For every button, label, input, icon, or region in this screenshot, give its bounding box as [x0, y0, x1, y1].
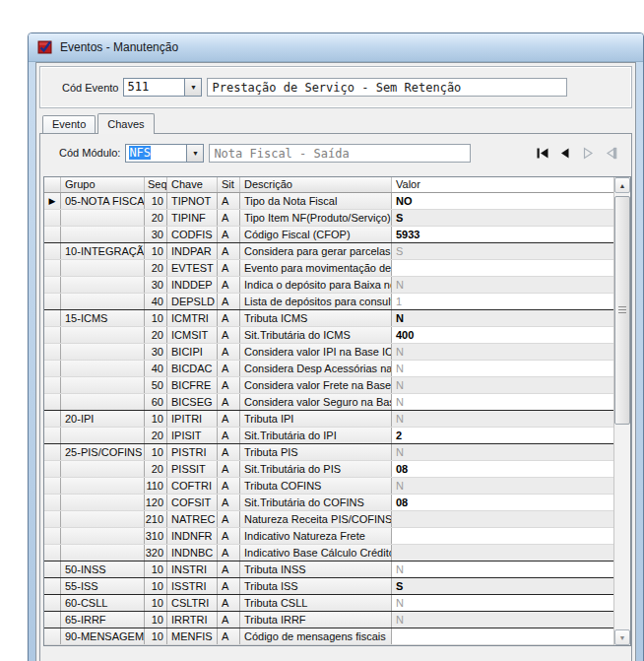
cell-descricao[interactable]: Tipo da Nota Fiscal — [240, 193, 392, 209]
cell-grupo[interactable] — [61, 545, 145, 561]
grid-row[interactable]: 320INDNBCAIndicativo Base Cálculo Crédit… — [44, 545, 613, 562]
grid-row[interactable]: 40DEPSLDALista de depósitos para consult… — [44, 294, 613, 310]
cell-valor[interactable]: N — [392, 562, 613, 577]
cell-valor[interactable]: N — [392, 344, 613, 360]
cell-sit[interactable]: A — [218, 344, 240, 360]
cell-seq[interactable]: 60 — [145, 394, 167, 410]
row-indicator-cell[interactable] — [44, 327, 61, 343]
cell-descricao[interactable]: Indica o depósito para Baixa no Estoque — [240, 277, 392, 293]
grid-row[interactable]: 90-MENSAGEM10MENFISACódigo de mensagens … — [44, 628, 613, 645]
cell-valor[interactable]: N — [392, 377, 613, 393]
row-indicator-cell[interactable] — [44, 628, 61, 644]
cell-chave[interactable]: IPISIT — [167, 428, 218, 443]
row-indicator-cell[interactable] — [44, 511, 61, 527]
cell-seq[interactable]: 320 — [145, 545, 167, 561]
cell-sit[interactable]: A — [218, 277, 240, 293]
cell-descricao[interactable]: Código de mensagens fiscais — [240, 628, 392, 644]
cell-grupo[interactable]: 60-CSLL — [61, 595, 145, 611]
cell-grupo[interactable] — [61, 428, 145, 443]
grid-row[interactable]: 20TIPINFATipo Item NF(Produto/Serviço)S — [44, 210, 613, 227]
tab-chaves[interactable]: Chaves — [97, 113, 154, 134]
cell-sit[interactable]: A — [218, 327, 240, 343]
cell-descricao[interactable]: Sit.Tributária do PIS — [240, 461, 392, 477]
cell-seq[interactable]: 110 — [145, 478, 167, 494]
grid-row[interactable]: 25-PIS/COFINS10PISTRIATributa PISN — [44, 444, 613, 461]
cell-grupo[interactable] — [61, 344, 145, 360]
cell-valor[interactable]: 1 — [392, 294, 613, 309]
row-indicator-cell[interactable] — [44, 444, 61, 460]
cell-descricao[interactable]: Lista de depósitos para consultar saldo — [240, 294, 392, 309]
cell-sit[interactable]: A — [218, 377, 240, 393]
cell-sit[interactable]: A — [218, 545, 240, 561]
cell-chave[interactable]: BICIPI — [167, 344, 218, 360]
cell-seq[interactable]: 10 — [145, 411, 167, 427]
cell-chave[interactable]: BICDAC — [167, 361, 218, 376]
cell-descricao[interactable]: Tipo Item NF(Produto/Serviço) — [240, 210, 392, 226]
row-indicator-cell[interactable] — [44, 344, 61, 360]
cell-seq[interactable]: 10 — [145, 612, 167, 628]
cell-grupo[interactable]: 65-IRRF — [61, 612, 145, 628]
grid-row[interactable]: 20EVTESTAEvento para movimentação de est… — [44, 260, 613, 277]
cell-valor[interactable]: N — [392, 478, 613, 494]
cell-sit[interactable]: A — [218, 595, 240, 611]
cell-descricao[interactable]: Evento para movimentação de estoque — [240, 260, 392, 276]
cell-descricao[interactable]: Tributa PIS — [240, 444, 392, 460]
cell-descricao[interactable]: Tributa CSLL — [240, 595, 392, 611]
cell-valor[interactable]: S — [392, 243, 613, 259]
cell-valor[interactable] — [392, 528, 613, 544]
cell-sit[interactable]: A — [218, 361, 240, 376]
grid-row[interactable]: 20ICMSITASit.Tributária do ICMS400 — [44, 327, 613, 344]
cell-chave[interactable]: NATREC — [167, 511, 218, 527]
cell-chave[interactable]: MENFIS — [167, 628, 218, 644]
grid-row[interactable]: 110COFTRIATributa COFINSN — [44, 478, 613, 495]
cell-grupo[interactable]: 05-NOTA FISCAL — [61, 193, 145, 209]
row-indicator-cell[interactable] — [44, 294, 61, 309]
grid-row[interactable]: 50-INSS10INSTRIATributa INSSN — [44, 562, 613, 578]
cell-sit[interactable]: A — [218, 578, 240, 594]
grid-row[interactable]: 20-IPI10IPITRIATributa IPIN — [44, 411, 613, 428]
cell-chave[interactable]: INDNFR — [167, 528, 218, 544]
cell-valor[interactable]: S — [392, 210, 613, 226]
cell-sit[interactable]: A — [218, 562, 240, 577]
cell-valor[interactable] — [392, 545, 613, 561]
cell-chave[interactable]: INDNBC — [167, 545, 218, 561]
grid-row[interactable]: 210NATRECANatureza Receita PIS/COFINS — [44, 511, 613, 528]
row-indicator-cell[interactable] — [44, 210, 61, 226]
row-indicator-cell[interactable] — [44, 461, 61, 477]
grid-row[interactable]: 55-ISS10ISSTRIATributa ISSS — [44, 578, 613, 595]
cell-grupo[interactable] — [61, 511, 145, 527]
cell-seq[interactable]: 10 — [145, 595, 167, 611]
grid-row[interactable]: 30BICIPIAConsidera valor IPI na Base ICM… — [44, 344, 613, 361]
grid-row[interactable]: 30INDDEPAIndica o depósito para Baixa no… — [44, 277, 613, 294]
cell-chave[interactable]: ICMSIT — [167, 327, 218, 343]
cell-sit[interactable]: A — [218, 411, 240, 427]
cell-grupo[interactable]: 25-PIS/COFINS — [61, 444, 145, 460]
grid-vertical-scrollbar[interactable]: ▲ ▼ — [613, 177, 630, 645]
cell-seq[interactable]: 10 — [145, 310, 167, 326]
cell-descricao[interactable]: Tributa ISS — [240, 578, 392, 594]
cell-sit[interactable]: A — [218, 210, 240, 226]
row-indicator-cell[interactable] — [44, 227, 61, 242]
cell-grupo[interactable] — [61, 528, 145, 544]
row-indicator-cell[interactable] — [44, 495, 61, 510]
cell-valor[interactable]: 2 — [392, 428, 613, 443]
grid-header-seq[interactable]: Seq — [145, 177, 167, 192]
cell-seq[interactable]: 210 — [145, 511, 167, 527]
row-indicator-cell[interactable] — [44, 411, 61, 427]
grid-row[interactable]: 60-CSLL10CSLTRIATributa CSLLN — [44, 595, 613, 612]
cell-chave[interactable]: BICFRE — [167, 377, 218, 393]
cell-seq[interactable]: 30 — [145, 277, 167, 293]
cell-sit[interactable]: A — [218, 528, 240, 544]
cell-chave[interactable]: CODFIS — [167, 227, 218, 242]
cell-valor[interactable]: 08 — [392, 461, 613, 477]
cell-sit[interactable]: A — [218, 227, 240, 242]
cell-seq[interactable]: 20 — [145, 327, 167, 343]
row-indicator-cell[interactable] — [44, 478, 61, 494]
cell-seq[interactable]: 10 — [145, 193, 167, 209]
row-indicator-cell[interactable] — [44, 528, 61, 544]
cell-grupo[interactable] — [61, 294, 145, 309]
cell-seq[interactable]: 40 — [145, 294, 167, 309]
cell-descricao[interactable]: Tributa IPI — [240, 411, 392, 427]
grid-row[interactable]: 20IPISITASit.Tributária do IPI2 — [44, 428, 613, 444]
cell-sit[interactable]: A — [218, 260, 240, 276]
